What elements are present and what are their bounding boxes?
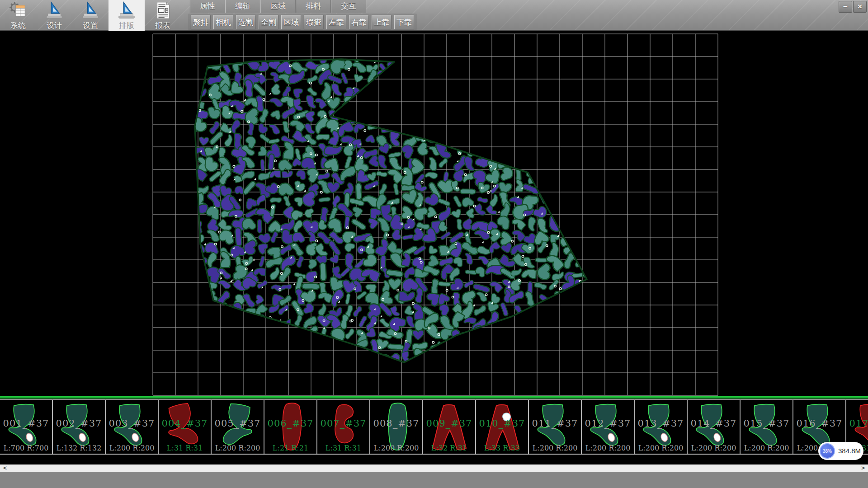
nav-tab-label: 系统 (10, 20, 26, 31)
piece-lr-count: L:31 R:31 (317, 444, 369, 452)
piece-id-label: 006_#37 (264, 418, 316, 429)
piece-id-label: 015_#37 (741, 418, 793, 429)
thumbnail-cell-4[interactable]: 004_#37L:31 R:31 (159, 400, 212, 454)
menu-bar: 属性编辑区域排料交互 (190, 0, 366, 13)
strip-footer-gap (0, 455, 868, 465)
piece-lr-count: L:700 R:700 (0, 444, 52, 452)
piece-lr-count: L:21 R:21 (264, 444, 316, 452)
thumbnail-cell-5[interactable]: 005_#37L:200 R:200 (212, 400, 264, 454)
tool-button-9[interactable]: 上靠 (372, 15, 392, 29)
window-controls: − × (838, 1, 867, 13)
thumbnail-cell-15[interactable]: 015_#37L:200 R:200 (741, 400, 793, 454)
thumbnail-cell-10[interactable]: 010_#37L:33 R:33 (476, 400, 529, 454)
thumbnail-cell-7[interactable]: 007_#37L:31 R:31 (317, 400, 370, 454)
tool-button-10[interactable]: 下靠 (394, 15, 414, 29)
nav-tab-2[interactable]: 设计 (36, 0, 72, 31)
setsquare-icon (117, 1, 137, 20)
menu-item-4[interactable]: 排料 (296, 0, 331, 13)
memory-percent-indicator: 38% (820, 443, 835, 459)
piece-lr-count: L:33 R:33 (476, 444, 528, 452)
thumbnail-cell-2[interactable]: 002_#37L:132 R:132 (53, 400, 106, 454)
piece-id-label: 003_#37 (106, 418, 158, 429)
thumbnail-cell-14[interactable]: 014_#37L:200 R:200 (688, 400, 741, 454)
tool-button-3[interactable]: 选割 (236, 15, 256, 29)
horizontal-scrollbar[interactable]: < > (0, 465, 868, 472)
piece-lr-count: L:200 R:200 (529, 444, 581, 452)
thumbnail-cell-1[interactable]: 001_#37L:700 R:700 (0, 400, 53, 454)
nesting-canvas[interactable] (0, 31, 868, 397)
minimize-button[interactable]: − (839, 1, 852, 13)
scroll-left-icon[interactable]: < (0, 465, 10, 472)
tool-bar: 聚排相机选割全割区域瑕疵左靠右靠上靠下靠 (188, 14, 417, 30)
bottom-status-bar (0, 472, 868, 488)
piece-lr-count: L:200 R:200 (212, 444, 264, 452)
piece-lr-count: L:32 R:31 (423, 444, 475, 452)
piece-lr-count: L:132 R:132 (53, 444, 105, 452)
report-icon (153, 1, 173, 20)
menu-item-5[interactable]: 交互 (331, 0, 366, 13)
piece-lr-count: L:200 R:200 (106, 444, 158, 452)
setsquare-icon (80, 1, 100, 20)
piece-id-label: 009_#37 (423, 418, 475, 429)
piece-id-label: 002_#37 (53, 418, 105, 429)
nav-tab-label: 排版 (119, 20, 134, 31)
system-icon (8, 1, 28, 20)
scroll-right-icon[interactable]: > (858, 465, 868, 472)
piece-id-label: 008_#37 (370, 418, 422, 429)
separator-line (0, 396, 868, 399)
thumbnail-cell-9[interactable]: 009_#37L:32 R:31 (423, 400, 476, 454)
piece-id-label: 010_#37 (476, 418, 528, 429)
tool-button-7[interactable]: 左靠 (326, 15, 346, 29)
piece-id-label: 017_#37 (846, 418, 868, 429)
piece-id-label: 016_#37 (793, 418, 845, 429)
nav-tab-1[interactable]: 系统 (0, 0, 36, 31)
piece-id-label: 014_#37 (688, 418, 740, 429)
nav-tab-5[interactable]: 报表 (145, 0, 181, 31)
thumbnail-cell-6[interactable]: 006_#37L:21 R:21 (264, 400, 317, 454)
piece-id-label: 001_#37 (0, 418, 52, 429)
tool-button-8[interactable]: 右靠 (349, 15, 369, 29)
piece-id-label: 004_#37 (159, 418, 211, 429)
piece-lr-count: L:200 R:200 (370, 444, 422, 452)
nav-tab-label: 设计 (47, 20, 62, 31)
thumbnail-cell-8[interactable]: 008_#37L:200 R:200 (370, 400, 423, 454)
nav-tab-label: 设置 (83, 20, 98, 31)
piece-id-label: 007_#37 (317, 418, 369, 429)
piece-lr-count: L:200 R:200 (635, 444, 687, 452)
piece-id-label: 012_#37 (582, 418, 634, 429)
nav-tab-label: 报表 (155, 20, 170, 31)
piece-lr-count: L:200 R:200 (582, 444, 634, 452)
piece-id-label: 013_#37 (635, 418, 687, 429)
menu-item-2[interactable]: 编辑 (225, 0, 260, 13)
toolbar: 系统 设计 设置 排版 报表 属性编辑区域排料交互 聚排相机选割全割区域瑕疵左靠… (0, 0, 868, 31)
tool-button-2[interactable]: 相机 (213, 15, 233, 29)
piece-id-label: 005_#37 (212, 418, 264, 429)
memory-amount-label: 384.8M (838, 442, 861, 460)
thumbnail-cell-13[interactable]: 013_#37L:200 R:200 (635, 400, 688, 454)
menu-item-1[interactable]: 属性 (190, 0, 225, 13)
piece-id-label: 011_#37 (529, 418, 581, 429)
nav-tab-4[interactable]: 排版 (108, 0, 145, 31)
tool-button-6[interactable]: 瑕疵 (304, 15, 324, 29)
thumbnail-cell-11[interactable]: 011_#37L:200 R:200 (529, 400, 582, 454)
tool-button-5[interactable]: 区域 (281, 15, 301, 29)
thumbnail-cell-12[interactable]: 012_#37L:200 R:200 (582, 400, 635, 454)
nav-tab-3[interactable]: 设置 (72, 0, 108, 31)
memory-status-badge: 38% 384.8M (818, 442, 863, 460)
setsquare-icon (44, 1, 64, 20)
piece-lr-count: L:31 R:31 (159, 444, 211, 452)
thumbnail-cell-3[interactable]: 003_#37L:200 R:200 (106, 400, 159, 454)
app-nav-tabs: 系统 设计 设置 排版 报表 (0, 0, 181, 31)
menu-item-3[interactable]: 区域 (260, 0, 296, 13)
thumbnail-strip: 001_#37L:700 R:700 002_#37L:132 R:132 00… (0, 399, 868, 455)
tool-button-4[interactable]: 全割 (259, 15, 278, 29)
piece-lr-count: L:200 R:200 (688, 444, 740, 452)
tool-button-1[interactable]: 聚排 (191, 15, 211, 29)
piece-lr-count: L:200 R:200 (741, 444, 793, 452)
close-button[interactable]: × (853, 1, 867, 13)
